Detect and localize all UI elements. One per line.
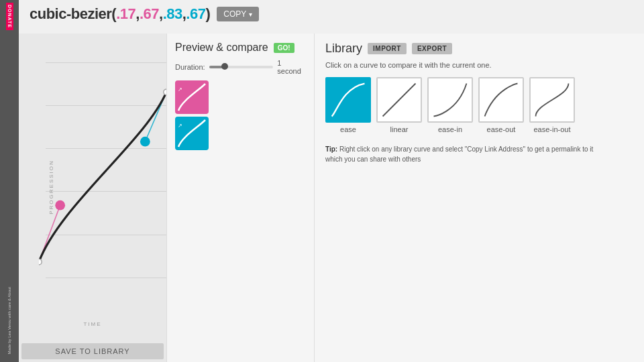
param-2: .67 — [140, 5, 159, 22]
preview-title-row: Preview & compare GO! — [175, 42, 306, 54]
svg-point-4 — [55, 200, 65, 210]
preview-curve-current: ↗ — [175, 80, 209, 114]
formula-display: cubic-bezier(.17,.67,.83,.67) — [30, 5, 210, 23]
preview-item-current[interactable]: ↗ — [175, 80, 209, 114]
copy-label: COPY — [223, 9, 246, 19]
export-button[interactable]: EXPORT — [412, 43, 452, 54]
curve-thumb-ease-out[interactable] — [478, 77, 524, 123]
x-axis-label: TIME — [83, 321, 101, 327]
duration-slider-thumb[interactable] — [221, 63, 228, 70]
formula-prefix: cubic-bezier( — [30, 5, 116, 22]
param-3: .83 — [163, 5, 182, 22]
main-area: PROGRESSION TIME SAVE TO LIBRARY Preview… — [19, 34, 644, 362]
preview-curve-compare: ↗ — [175, 117, 209, 150]
save-to-library-button[interactable]: SAVE TO LIBRARY — [21, 343, 164, 359]
library-curve-ease-in[interactable]: ease-in — [427, 77, 473, 133]
library-panel: Library IMPORT EXPORT Click on a curve t… — [314, 34, 644, 362]
go-button[interactable]: GO! — [274, 43, 294, 53]
formula-suffix: ) — [205, 5, 210, 22]
tip-area: Tip: Right click on any library curve an… — [325, 144, 594, 164]
svg-point-2 — [39, 259, 42, 264]
preview-items: ↗ ↗ — [175, 80, 306, 150]
donate-button[interactable]: DONATE — [6, 3, 13, 30]
header: cubic-bezier(.17,.67,.83,.67) COPY ▾ — [19, 0, 644, 28]
curve-label-ease-in: ease-in — [438, 125, 462, 133]
library-curves: ease linear ease-in — [325, 77, 633, 133]
copy-button[interactable]: COPY ▾ — [217, 7, 259, 21]
preview-title: Preview & compare — [175, 42, 268, 54]
bezier-editor-panel: PROGRESSION TIME SAVE TO LIBRARY — [19, 34, 166, 362]
param-1: .17 — [116, 5, 136, 22]
sidebar: DONATE Made by Lea Verou with care & Abo… — [0, 0, 19, 362]
param-4: .67 — [186, 5, 205, 22]
svg-text:↗: ↗ — [178, 123, 182, 129]
preview-item-compare[interactable]: ↗ — [175, 117, 209, 150]
library-curve-ease[interactable]: ease — [325, 77, 371, 133]
preview-panel: Preview & compare GO! Duration: 1 second… — [166, 34, 314, 362]
library-curve-linear[interactable]: linear — [376, 77, 422, 133]
curve-label-ease-in-out: ease-in-out — [533, 125, 570, 133]
duration-row: Duration: 1 second — [175, 59, 306, 75]
sidebar-credits: Made by Lea Verou with care & About — [7, 287, 12, 354]
curve-label-ease-out: ease-out — [487, 125, 516, 133]
duration-label: Duration: — [175, 63, 205, 71]
library-header: Library IMPORT EXPORT — [325, 42, 633, 56]
svg-point-3 — [164, 89, 166, 95]
duration-slider-fill — [209, 66, 223, 68]
library-curve-ease-out[interactable]: ease-out — [478, 77, 524, 133]
copy-arrow-icon: ▾ — [249, 11, 252, 18]
curve-thumb-linear[interactable] — [376, 77, 422, 123]
library-curve-ease-in-out[interactable]: ease-in-out — [529, 77, 575, 133]
curve-thumb-ease-in-out[interactable] — [529, 77, 575, 123]
curve-label-ease: ease — [340, 125, 356, 133]
duration-slider[interactable] — [209, 66, 274, 68]
svg-text:↗: ↗ — [178, 86, 182, 93]
import-button[interactable]: IMPORT — [368, 43, 407, 54]
curve-label-linear: linear — [390, 125, 409, 133]
bezier-canvas[interactable]: PROGRESSION TIME — [19, 34, 166, 341]
library-subtitle: Click on a curve to compare it with the … — [325, 61, 633, 69]
svg-point-5 — [140, 137, 150, 147]
tip-content: Right click on any library curve and sel… — [325, 145, 593, 163]
curve-thumb-ease[interactable] — [325, 77, 371, 123]
tip-label: Tip: — [325, 145, 337, 153]
duration-value: 1 second — [277, 59, 306, 75]
bezier-curve-svg[interactable] — [39, 34, 166, 320]
curve-thumb-ease-in[interactable] — [427, 77, 473, 123]
library-title: Library — [325, 42, 362, 56]
